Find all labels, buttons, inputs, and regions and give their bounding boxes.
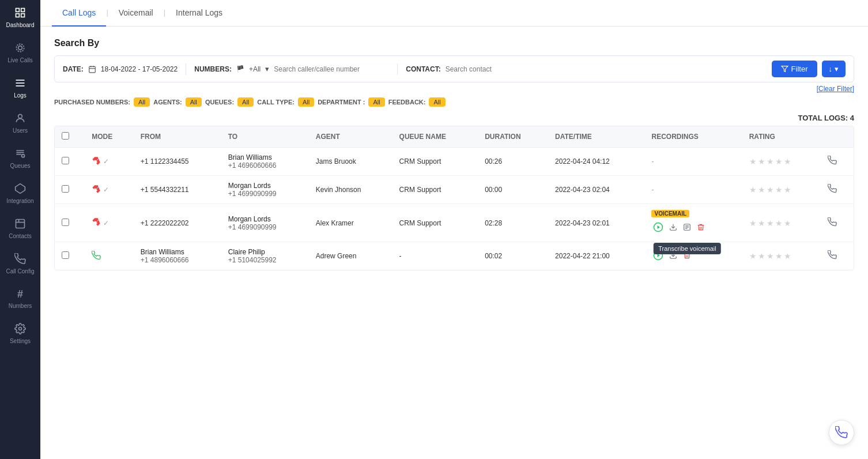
flag-icon: 🏴 — [236, 65, 244, 73]
action-cell-row2 — [821, 176, 854, 204]
download-button[interactable]: ↓ ▾ — [822, 61, 846, 77]
calltype-tag[interactable]: All — [298, 97, 314, 107]
sidebar-item-settings[interactable]: Settings — [0, 316, 40, 351]
star2[interactable]: ★ — [758, 185, 765, 194]
row3-checkbox[interactable] — [62, 219, 69, 226]
star5[interactable]: ★ — [784, 219, 791, 228]
delete-button-row3[interactable] — [695, 221, 707, 235]
call-action-row2[interactable] — [828, 185, 837, 195]
col-from: FROM — [134, 126, 221, 148]
star4[interactable]: ★ — [775, 219, 783, 228]
recording-actions-row4 — [651, 249, 735, 264]
star4[interactable]: ★ — [775, 185, 783, 194]
clear-filter-link[interactable]: [Clear Filter] — [817, 85, 854, 93]
play-button-row3[interactable] — [651, 220, 665, 236]
total-logs: TOTAL LOGS: 4 — [54, 114, 854, 122]
contact-search-input[interactable] — [446, 65, 538, 73]
number-search-input[interactable] — [274, 65, 389, 73]
row2-checkbox[interactable] — [62, 185, 69, 193]
tab-internallogs[interactable]: Internal Logs — [165, 0, 233, 27]
col-to: TO — [221, 126, 309, 148]
filter-button[interactable]: Filter — [772, 61, 817, 77]
row1-checkbox[interactable] — [62, 157, 69, 164]
plus-all-button[interactable]: +All — [249, 65, 261, 73]
agents-tag[interactable]: All — [186, 97, 202, 107]
dashboard-icon — [14, 7, 26, 20]
sidebar-item-contacts[interactable]: Contacts — [0, 211, 40, 246]
sidebar-label-settings: Settings — [10, 338, 31, 344]
star4[interactable]: ★ — [775, 157, 783, 166]
sidebar-item-dashboard[interactable]: Dashboard — [0, 0, 40, 35]
datetime-cell-row2: 2022-04-23 02:04 — [548, 176, 644, 204]
sidebar-item-numbers[interactable]: # Numbers — [0, 281, 40, 316]
table-row: ✓ +1 2222022202 Morgan Lords +1 46990909… — [55, 204, 854, 242]
star3[interactable]: ★ — [767, 219, 774, 228]
star1[interactable]: ★ — [749, 251, 757, 261]
date-range-value[interactable]: 18-04-2022 - 17-05-2022 — [101, 65, 178, 73]
star1[interactable]: ★ — [749, 219, 757, 228]
star2[interactable]: ★ — [758, 251, 765, 261]
settings-icon — [14, 323, 26, 336]
call-logs-table: MODE FROM TO AGENT QUEUE NAME DURATION D… — [54, 126, 854, 270]
star3[interactable]: ★ — [767, 251, 774, 261]
sidebar-item-users[interactable]: Users — [0, 106, 40, 141]
star2[interactable]: ★ — [758, 219, 765, 228]
feedback-tag[interactable]: All — [429, 97, 445, 107]
float-call-button[interactable] — [829, 420, 854, 445]
download-button-row4[interactable] — [667, 250, 679, 263]
sidebar-item-livecalls[interactable]: Live Calls — [0, 35, 40, 70]
star3[interactable]: ★ — [767, 157, 774, 166]
delete-button-row4[interactable] — [681, 250, 693, 263]
svg-point-16 — [19, 328, 22, 330]
datetime-cell-row3: 2022-04-23 02:01 — [548, 204, 644, 242]
row4-checkbox[interactable] — [62, 251, 69, 259]
svg-rect-0 — [16, 9, 20, 12]
svg-marker-33 — [658, 254, 661, 257]
duration-cell-row2: 00:00 — [478, 176, 548, 204]
rating-cell-row2: ★ ★ ★ ★ ★ — [742, 176, 821, 204]
missed-call-icon — [92, 156, 101, 167]
star5[interactable]: ★ — [784, 185, 791, 194]
sidebar-item-queues[interactable]: Queues — [0, 141, 40, 176]
dept-tag[interactable]: All — [368, 97, 384, 107]
star1[interactable]: ★ — [749, 185, 757, 194]
star2[interactable]: ★ — [758, 157, 765, 166]
queues-tag[interactable]: All — [237, 97, 254, 107]
queue-cell-row1: CRM Support — [393, 148, 478, 176]
livecalls-icon — [14, 42, 26, 55]
star5[interactable]: ★ — [784, 251, 791, 261]
sidebar-label-dashboard: Dashboard — [6, 22, 35, 28]
star3[interactable]: ★ — [767, 185, 774, 194]
sidebar-item-logs[interactable]: Logs — [0, 70, 40, 106]
verified-icon-row2: ✓ — [103, 186, 109, 194]
tab-calllogs[interactable]: Call Logs — [52, 0, 106, 27]
star1[interactable]: ★ — [749, 157, 757, 166]
purchased-tag[interactable]: All — [134, 97, 150, 107]
call-action-row3[interactable] — [828, 219, 837, 228]
verified-icon-row3: ✓ — [103, 219, 109, 227]
play-button-row4[interactable] — [651, 249, 665, 264]
filter-icon — [781, 65, 788, 73]
star4[interactable]: ★ — [775, 251, 783, 261]
sidebar-item-integration[interactable]: Integration — [0, 176, 40, 211]
col-mode: MODE — [85, 126, 134, 148]
table-row: ✓ +1 5544332211 Morgan Lords +1 46990909… — [55, 176, 854, 204]
transcribe-icon — [683, 223, 691, 231]
page-title: Search By — [54, 38, 854, 48]
select-all-checkbox[interactable] — [62, 132, 69, 140]
filter-sep2 — [397, 63, 398, 75]
download-button-row3[interactable] — [667, 221, 679, 235]
call-action-row4[interactable] — [828, 251, 837, 261]
svg-rect-1 — [21, 9, 25, 12]
sidebar-item-callconfig[interactable]: Call Config — [0, 246, 40, 281]
callconfig-icon — [14, 253, 26, 266]
download-icon-row3 — [669, 223, 677, 231]
duration-cell-row1: 00:26 — [478, 148, 548, 176]
transcribe-button-row3[interactable] — [681, 221, 693, 235]
queue-cell-row3: CRM Support — [393, 204, 478, 242]
star5[interactable]: ★ — [784, 157, 791, 166]
numbers-label: NUMBERS: — [194, 65, 232, 73]
tab-voicemail[interactable]: Voicemail — [108, 0, 164, 27]
call-action-row1[interactable] — [828, 157, 837, 167]
col-agent: AGENT — [309, 126, 393, 148]
